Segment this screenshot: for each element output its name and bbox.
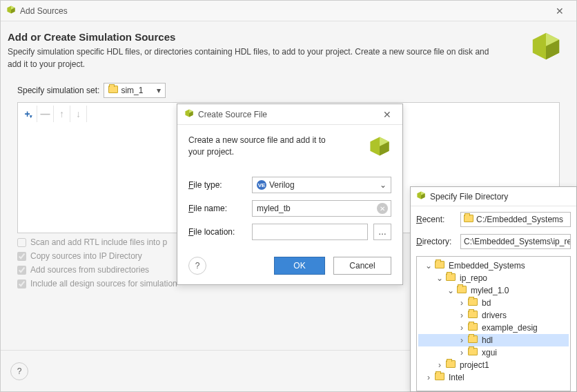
scan-label: Scan and add RTL include files into p (30, 237, 167, 247)
expand-icon[interactable]: › (424, 373, 433, 382)
close-icon[interactable]: ✕ (549, 3, 571, 19)
copy-checkbox (17, 252, 26, 261)
cancel-button[interactable]: Cancel (333, 257, 391, 275)
simset-combo[interactable]: sim_1 ▾ (104, 83, 166, 98)
app-logo-icon (6, 5, 16, 17)
tree-node-myled[interactable]: ⌄myled_1.0 (418, 284, 569, 297)
move-up-button[interactable]: ↑ (54, 106, 70, 122)
move-down-button[interactable]: ↓ (70, 106, 87, 122)
remove-button[interactable]: — (37, 106, 54, 122)
folder-icon (464, 215, 473, 224)
help-button[interactable]: ? (10, 362, 28, 380)
panel-title: Specify File Directory (430, 192, 508, 202)
recent-value: C:/Embedded_Systems (476, 215, 563, 224)
recent-label: Recent: (416, 215, 456, 224)
directory-label: Directory: (416, 237, 456, 246)
dialog-titlebar: Create Source File ✕ (177, 104, 402, 125)
file-directory-panel: Specify File Directory Recent: C:/Embedd… (410, 186, 577, 392)
tree-node-ip-repo[interactable]: ⌄ip_repo (418, 272, 569, 284)
app-logo-icon (184, 108, 194, 120)
chevron-down-icon: ⌄ (380, 180, 387, 190)
alldesign-label: Include all design sources for simulatio… (30, 279, 177, 288)
tree-node-drivers[interactable]: ›drivers (418, 309, 569, 322)
app-logo-icon (416, 190, 426, 202)
simset-label: Specify simulation set: (17, 86, 99, 95)
clear-icon[interactable]: ✕ (377, 203, 388, 214)
filetype-label: File type: (188, 180, 246, 190)
alldesign-checkbox (17, 280, 26, 288)
filelocation-label: File location: (188, 227, 246, 237)
subdirs-checkbox (17, 266, 26, 275)
directory-field[interactable]: C:\Embedded_Systems\ip_repo\ (460, 234, 571, 249)
filelocation-input[interactable] (252, 224, 368, 240)
window-title: Add Sources (20, 6, 68, 16)
verilog-icon: VE (257, 180, 266, 190)
collapse-icon[interactable]: ⌄ (435, 273, 444, 283)
expand-icon[interactable]: › (457, 348, 467, 357)
titlebar: Add Sources ✕ (1, 1, 576, 21)
folder-icon (108, 86, 118, 95)
create-source-dialog: Create Source File ✕ Create a new source… (177, 104, 403, 285)
dialog-title: Create Source File (198, 110, 267, 119)
panel-titlebar: Specify File Directory (411, 187, 576, 206)
tree-node-xgui[interactable]: ›xgui (418, 346, 569, 359)
tree-node-example[interactable]: ›example_desig (418, 322, 569, 334)
add-button[interactable]: +▾ (21, 106, 37, 122)
filename-value: myled_tb (257, 204, 291, 213)
tree-node-bd[interactable]: ›bd (418, 297, 569, 309)
copy-label: Copy sources into IP Directory (30, 251, 142, 261)
expand-icon[interactable]: › (435, 360, 444, 370)
collapse-icon[interactable]: ⌄ (446, 286, 456, 295)
filetype-value: Verilog (269, 180, 295, 190)
directory-tree[interactable]: ⌄Embedded_Systems ⌄ip_repo ⌄myled_1.0 ›b… (416, 256, 571, 391)
browse-button[interactable]: … (373, 224, 391, 240)
tree-node-embedded-systems[interactable]: ⌄Embedded_Systems (418, 259, 569, 272)
expand-icon[interactable]: › (457, 298, 467, 308)
tree-node-project1[interactable]: ›project1 (418, 359, 569, 371)
app-big-logo-icon (529, 30, 563, 65)
help-button[interactable]: ? (188, 257, 206, 275)
app-logo-icon (368, 135, 391, 160)
filename-input[interactable]: myled_tb ✕ (252, 200, 391, 217)
recent-combo[interactable]: C:/Embedded_Systems (460, 212, 571, 227)
tree-node-intel[interactable]: ›Intel (418, 371, 569, 384)
filetype-select[interactable]: VE Verilog ⌄ (252, 177, 391, 193)
tree-node-hdl[interactable]: ›hdl (418, 334, 569, 346)
collapse-icon[interactable]: ⌄ (424, 261, 433, 271)
dialog-description: Create a new source file and add it to y… (188, 135, 340, 158)
filename-label: File name: (188, 204, 246, 213)
close-icon[interactable]: ✕ (379, 108, 395, 121)
page-description: Specify simulation specific HDL files, o… (8, 46, 505, 70)
scan-checkbox (17, 238, 26, 247)
expand-icon[interactable]: › (457, 323, 467, 333)
ok-button[interactable]: OK (274, 257, 325, 275)
expand-icon[interactable]: › (457, 311, 467, 320)
expand-icon[interactable]: › (457, 335, 467, 345)
chevron-down-icon: ▾ (157, 86, 161, 95)
directory-value: C:\Embedded_Systems\ip_repo\ (464, 237, 571, 246)
simset-value: sim_1 (121, 86, 143, 95)
page-heading: Add or Create Simulation Sources (8, 31, 569, 43)
subdirs-label: Add sources from subdirectories (30, 265, 149, 275)
